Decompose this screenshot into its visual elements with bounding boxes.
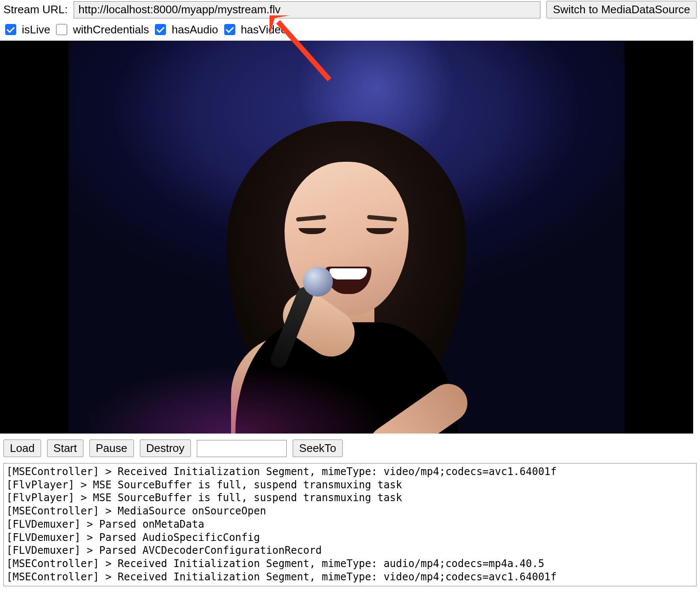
hasaudio-checkbox[interactable]	[155, 24, 166, 35]
load-button[interactable]: Load	[3, 440, 41, 457]
video-frame	[68, 41, 625, 434]
stream-url-label: Stream URL:	[3, 3, 68, 16]
log-output[interactable]: [MSEController] > Received Initializatio…	[3, 463, 697, 586]
islive-label[interactable]: isLive	[22, 23, 50, 36]
seekto-button[interactable]: SeekTo	[293, 440, 343, 457]
hasvideo-label[interactable]: hasVideo	[241, 23, 287, 36]
hasaudio-label[interactable]: hasAudio	[172, 23, 218, 36]
destroy-button[interactable]: Destroy	[140, 440, 191, 457]
options-row: isLive withCredentials hasAudio hasVideo	[3, 23, 697, 36]
stream-url-input[interactable]	[74, 1, 540, 18]
withcredentials-label[interactable]: withCredentials	[73, 23, 149, 36]
controls-row: Load Start Pause Destroy SeekTo	[3, 440, 697, 457]
video-player[interactable]	[0, 41, 693, 434]
pause-button[interactable]: Pause	[89, 440, 134, 457]
switch-mediadatasource-button[interactable]: Switch to MediaDataSource	[546, 1, 697, 18]
withcredentials-checkbox[interactable]	[56, 24, 67, 35]
seek-input[interactable]	[197, 440, 287, 457]
hasvideo-checkbox[interactable]	[224, 24, 235, 35]
stream-url-row: Stream URL: Switch to MediaDataSource	[3, 1, 697, 18]
video-content-figure	[184, 83, 509, 434]
islive-checkbox[interactable]	[5, 24, 16, 35]
start-button[interactable]: Start	[47, 440, 83, 457]
